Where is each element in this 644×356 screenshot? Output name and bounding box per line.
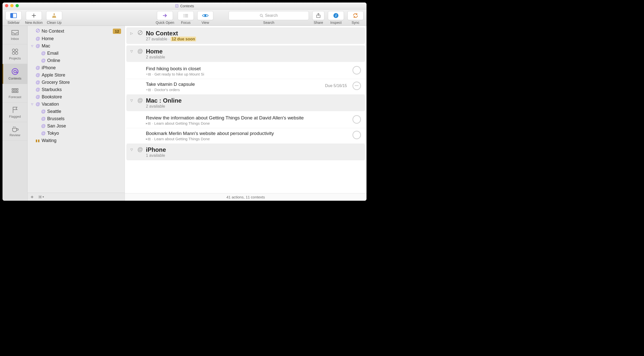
section-header[interactable]: ▽@Home2 available — [126, 45, 365, 62]
rail-projects[interactable]: Projects — [3, 44, 27, 64]
svg-rect-2 — [11, 13, 13, 18]
rail-forecast[interactable]: Forecast — [3, 84, 27, 103]
task-row[interactable]: Take vitamin D capsule+▤ · Doctor's orde… — [126, 79, 365, 95]
context-item[interactable]: @San Jose — [28, 122, 125, 130]
task-due: Due 5/16/15 — [325, 84, 347, 88]
section-header[interactable]: ▷No Context27 available · 12 due soon — [126, 27, 365, 44]
close-button[interactable] — [5, 4, 8, 7]
svg-rect-23 — [12, 91, 14, 93]
pause-icon: ▮▮ — [36, 139, 40, 143]
no-context-icon — [137, 30, 143, 37]
context-sidebar-list[interactable]: No Context12@Home▽@Mac@Email@Online@iPho… — [28, 26, 125, 193]
at-icon: @ — [41, 109, 46, 114]
section-disclosure[interactable]: ▷ — [130, 30, 134, 35]
rail-flagged[interactable]: Flagged — [3, 103, 27, 122]
at-icon: @ — [36, 43, 40, 49]
search-icon — [260, 14, 263, 18]
context-item[interactable]: @Apple Store — [28, 72, 125, 79]
add-context-button[interactable]: ＋ — [30, 193, 35, 200]
task-row[interactable]: Review the information about Getting Thi… — [126, 113, 365, 128]
app-window: Contexts Sidebar New Action Clean — [3, 3, 366, 201]
svg-rect-21 — [14, 89, 16, 90]
sidebar-button[interactable] — [6, 11, 22, 20]
section-title: Mac : Online — [146, 97, 182, 104]
context-item[interactable]: @Grocery Store — [28, 79, 125, 86]
svg-point-10 — [260, 14, 262, 16]
rail-inbox[interactable]: Inbox — [3, 26, 27, 44]
clean-up-label: Clean Up — [47, 21, 61, 25]
disclosure-triangle[interactable]: ▽ — [31, 44, 34, 48]
task-checkbox[interactable] — [352, 82, 361, 90]
context-item[interactable]: @Home — [28, 35, 125, 42]
context-item[interactable]: @Bookstore — [28, 93, 125, 101]
task-row[interactable]: Bookmark Merlin Mann's website about per… — [126, 128, 365, 144]
clean-up-button[interactable] — [46, 11, 62, 20]
context-name: Seattle — [47, 109, 61, 114]
context-settings-button[interactable]: ▾ — [38, 195, 44, 199]
new-action-button[interactable] — [26, 11, 42, 20]
svg-point-15 — [15, 49, 18, 51]
arrow-right-icon — [162, 13, 168, 18]
section-header[interactable]: ▽@iPhone1 available — [126, 144, 365, 160]
rail-contexts[interactable]: Contexts — [3, 64, 27, 84]
context-item[interactable]: @Tokyo — [28, 130, 125, 137]
perspective-rail: Inbox Projects Contexts Forecast Flagged… — [3, 26, 28, 201]
section-title: iPhone — [146, 146, 166, 153]
context-name: No Context — [42, 29, 64, 34]
task-title: Bookmark Merlin Mann's website about per… — [146, 131, 350, 136]
task-checkbox[interactable] — [352, 115, 361, 124]
task-project: +▤ · Doctor's orders — [146, 88, 325, 92]
search-placeholder: Search — [265, 13, 278, 18]
task-project: ▸▤ · Learn about Getting Things Done — [146, 137, 350, 141]
sync-button[interactable] — [347, 11, 363, 20]
context-item[interactable]: ▽@Vacation — [28, 101, 125, 108]
at-icon: @ — [36, 80, 40, 85]
context-name: Bookstore — [42, 94, 62, 100]
context-item[interactable]: @iPhone — [28, 64, 125, 72]
sync-icon — [353, 13, 358, 18]
at-icon: @ — [36, 87, 40, 92]
context-item[interactable]: No Context12 — [28, 27, 125, 35]
task-row[interactable]: Find hiking boots in closet+▤ · Get read… — [126, 63, 365, 79]
search-input[interactable]: Search — [229, 11, 309, 20]
context-name: Apple Store — [42, 73, 65, 78]
task-checkbox[interactable] — [352, 66, 361, 75]
svg-point-9 — [204, 15, 206, 17]
focus-button[interactable] — [178, 11, 194, 20]
at-icon: @ — [36, 102, 40, 107]
context-item[interactable]: @Brussels — [28, 115, 125, 122]
due-badge: 12 — [113, 29, 121, 34]
task-checkbox[interactable] — [352, 131, 361, 139]
section-disclosure[interactable]: ▽ — [130, 48, 134, 53]
view-button[interactable] — [197, 11, 213, 20]
context-name: Tokyo — [47, 131, 59, 136]
context-name: Email — [47, 51, 58, 56]
section-disclosure[interactable]: ▽ — [130, 146, 134, 152]
status-text: 41 actions, 11 contexts — [226, 195, 265, 199]
context-item[interactable]: @Email — [28, 50, 125, 57]
at-icon: @ — [41, 51, 46, 56]
section-disclosure[interactable]: ▽ — [130, 97, 134, 102]
task-title: Find hiking boots in closet — [146, 66, 350, 72]
rail-review[interactable]: Review — [3, 122, 27, 141]
context-item[interactable]: ▽@Mac — [28, 42, 125, 50]
context-name: Grocery Store — [42, 80, 70, 85]
context-name: Starbucks — [42, 87, 62, 92]
section-title: No Context — [146, 30, 196, 37]
minimize-button[interactable] — [10, 4, 14, 7]
context-item[interactable]: @Starbucks — [28, 86, 125, 93]
disclosure-triangle[interactable]: ▽ — [31, 103, 34, 106]
context-item[interactable]: ▮▮Waiting — [28, 137, 125, 144]
share-button[interactable] — [312, 11, 324, 20]
zoom-button[interactable] — [16, 4, 19, 7]
section-header[interactable]: ▽@Mac : Online2 available — [126, 95, 365, 111]
inspect-button[interactable]: i — [328, 11, 344, 20]
section-subtitle: 2 available — [146, 104, 182, 109]
section-subtitle: 1 available — [146, 153, 166, 158]
context-item[interactable]: @Online — [28, 57, 125, 64]
svg-rect-7 — [183, 17, 185, 17]
context-item[interactable]: @Seattle — [28, 108, 125, 115]
quick-open-button[interactable] — [157, 11, 173, 20]
eye-icon — [202, 13, 209, 18]
at-icon: @ — [41, 58, 46, 63]
